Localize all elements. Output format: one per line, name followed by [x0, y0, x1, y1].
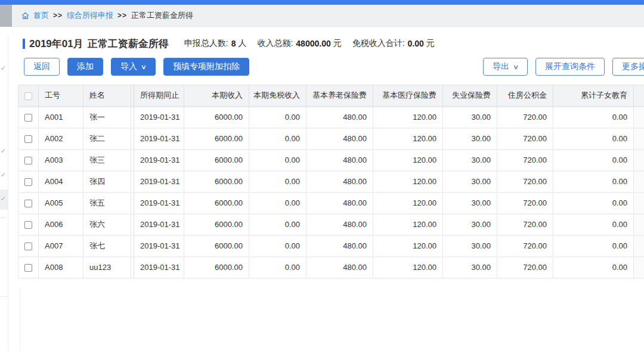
table-cell: 30.00	[443, 128, 497, 150]
summary-stats: 申报总人数: 8 人 收入总额: 48000.00 元 免税收入合计: 0.00…	[184, 38, 445, 49]
select-all-checkbox-cell	[18, 85, 39, 107]
table-cell: 720.00	[497, 235, 553, 257]
table-cell: A006	[39, 214, 83, 235]
table-cell: 2019-01-31	[134, 235, 184, 257]
row-checkbox[interactable]	[24, 243, 32, 250]
more-operations-button[interactable]: 更多操作	[612, 58, 644, 76]
top-accent-bar	[0, 0, 644, 5]
sidebar-header-block	[0, 5, 12, 27]
table-cell: 120.00	[373, 107, 443, 128]
table-row: A006张六2019-01-316000.000.00480.00120.003…	[18, 214, 644, 235]
table-cell: 720.00	[497, 192, 553, 214]
table-cell: 720.00	[497, 257, 553, 278]
column-header: 本期收入	[184, 85, 249, 107]
sidebar-dashes-icon: --	[1, 215, 6, 220]
table-cell: 6000.00	[184, 192, 249, 214]
stat-label: 免税收入合计:	[352, 38, 405, 49]
row-checkbox[interactable]	[24, 221, 32, 229]
row-checkbox[interactable]	[24, 200, 32, 207]
table-cell: 720.00	[497, 171, 553, 192]
stat-value: 0.00	[408, 39, 424, 48]
table-cell: 30.00	[443, 214, 497, 235]
row-checkbox[interactable]	[24, 264, 32, 272]
stat-total-income: 收入总额: 48000.00 元	[257, 38, 341, 49]
toolbar: 返回 添加 导入 ∨ 预填专项附加扣除 导出 ∨ 展开查询条件 更多操作	[24, 58, 644, 76]
table-cell: uu123	[83, 257, 131, 278]
prefill-special-deduction-button[interactable]: 预填专项附加扣除	[163, 58, 249, 76]
stat-label: 申报总人数:	[184, 38, 228, 49]
table-cell: 480.00	[306, 128, 373, 150]
table-row: A001张一2019-01-316000.000.00480.00120.003…	[18, 107, 644, 128]
page-title: 正常工资薪金所得	[88, 37, 169, 51]
sidebar-check-icon[interactable]: ✓	[1, 64, 8, 72]
table-cell: 2019-01-31	[134, 214, 184, 235]
table-cell: 480.00	[306, 107, 373, 128]
column-header: 累计子女教育	[553, 85, 634, 107]
table-spacer-column	[634, 128, 644, 150]
column-header: 失业保险费	[443, 85, 497, 107]
stat-value: 48000.00	[296, 39, 330, 48]
breadcrumb-home-link[interactable]: 首页	[33, 10, 49, 21]
add-button[interactable]: 添加	[67, 58, 103, 76]
sidebar-check-icon[interactable]: ✓	[1, 147, 8, 154]
expand-query-button[interactable]: 展开查询条件	[535, 58, 605, 76]
table-cell: 6000.00	[184, 150, 249, 171]
breadcrumb-separator: >>	[117, 11, 127, 20]
table-cell: 0.00	[553, 150, 634, 171]
row-checkbox-cell	[18, 171, 39, 192]
row-checkbox[interactable]	[24, 157, 32, 164]
table-cell: 480.00	[306, 235, 373, 257]
import-label: 导入	[120, 61, 137, 72]
row-checkbox-cell	[18, 128, 39, 150]
stat-unit: 人	[238, 38, 246, 49]
table-cell: A005	[39, 192, 83, 214]
table-cell: 2019-01-31	[134, 150, 184, 171]
row-checkbox[interactable]	[24, 135, 32, 143]
table-row: A003张三2019-01-316000.000.00480.00120.003…	[18, 150, 644, 171]
stat-total-people: 申报总人数: 8 人	[184, 38, 247, 49]
export-dropdown-button[interactable]: 导出 ∨	[483, 58, 528, 76]
table-cell: A007	[39, 235, 83, 257]
table-cell: 6000.00	[184, 128, 249, 150]
table-cell: 0.00	[553, 214, 634, 235]
breadcrumb-section-link[interactable]: 综合所得申报	[67, 10, 113, 21]
salary-table: 工号姓名所得期间止本期收入本期免税收入基本养老保险费基本医疗保险费失业保险费住房…	[18, 85, 644, 279]
table-cell: 720.00	[497, 128, 553, 150]
column-header: 工号	[39, 85, 83, 107]
back-button[interactable]: 返回	[24, 58, 60, 76]
stat-tax-free-total: 免税收入合计: 0.00 元	[352, 38, 435, 49]
table-cell: 30.00	[443, 235, 497, 257]
stat-unit: 元	[426, 38, 435, 49]
import-dropdown-button[interactable]: 导入 ∨	[111, 58, 156, 76]
sidebar-check-icon[interactable]: ✓	[1, 171, 8, 178]
row-checkbox[interactable]	[24, 114, 32, 122]
home-icon[interactable]	[21, 11, 30, 20]
table-cell: 2019-01-31	[134, 107, 184, 128]
table-cell: 120.00	[373, 150, 443, 171]
table-cell: 480.00	[306, 214, 373, 235]
column-header: 基本医疗保险费	[373, 85, 443, 107]
table-cell: 720.00	[497, 214, 553, 235]
column-header: 基本养老保险费	[306, 85, 373, 107]
export-label: 导出	[493, 61, 509, 72]
table-cell: 0.00	[249, 214, 306, 235]
table-cell: A002	[39, 128, 83, 150]
sidebar-separator	[0, 296, 8, 297]
table-header-row: 工号姓名所得期间止本期收入本期免税收入基本养老保险费基本医疗保险费失业保险费住房…	[18, 85, 644, 107]
row-checkbox[interactable]	[24, 178, 32, 186]
column-header: 姓名	[83, 85, 131, 107]
table-cell: 张五	[83, 192, 131, 214]
table-spacer-column	[634, 171, 644, 192]
table-cell: 30.00	[443, 150, 497, 171]
page-title-period: 2019年01月	[29, 37, 83, 51]
table-cell: 0.00	[249, 257, 306, 278]
table-cell: 480.00	[306, 171, 373, 192]
table-spacer-column	[634, 150, 644, 171]
table-cell: 6000.00	[184, 214, 249, 235]
select-all-checkbox[interactable]	[24, 92, 32, 100]
column-header: 本期免税收入	[249, 85, 306, 107]
stat-value: 8	[231, 39, 236, 48]
table-cell: 120.00	[373, 235, 443, 257]
sidebar-check-icon[interactable]: ✓	[1, 195, 8, 202]
table-cell: A008	[39, 257, 83, 278]
